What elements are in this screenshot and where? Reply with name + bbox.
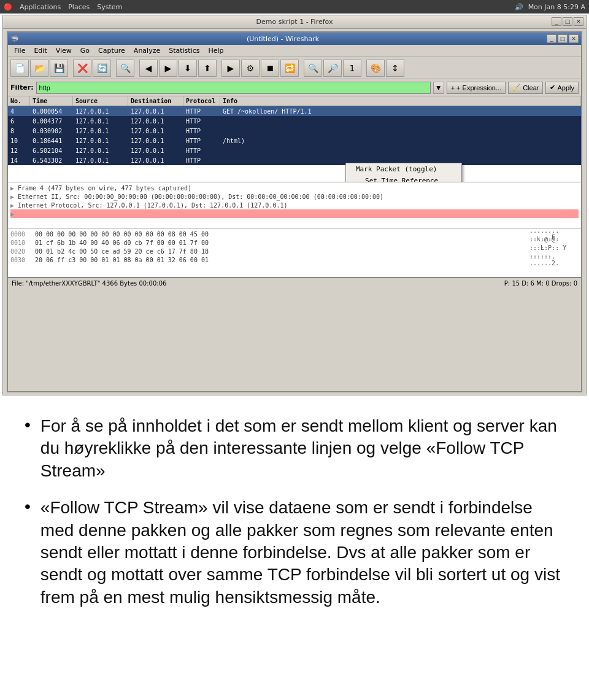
- bullet-item-1: • For å se på innholdet i det som er sen…: [25, 415, 564, 482]
- tb-open-button[interactable]: 📂: [30, 60, 48, 77]
- tb-new-button[interactable]: 📄: [10, 60, 29, 77]
- col-header-protocol: Protocol: [183, 96, 220, 106]
- tb-capture-start-button[interactable]: ▶: [221, 60, 240, 77]
- check-icon: ✔: [550, 84, 555, 91]
- menu-go[interactable]: Go: [77, 46, 93, 55]
- firefox-close-button[interactable]: ✕: [574, 17, 583, 26]
- wireshark-minimize-button[interactable]: _: [547, 34, 556, 43]
- os-speaker-icon: 🔊: [515, 3, 523, 11]
- filter-dropdown-button[interactable]: ▼: [433, 82, 444, 94]
- col-header-info: Info: [220, 96, 581, 106]
- table-row[interactable]: 10 0.186441 127.0.0.1 127.0.0.1 HTTP /ht…: [8, 136, 581, 146]
- tb-back-button[interactable]: ◀: [139, 60, 158, 77]
- col-header-time: Time: [30, 96, 73, 106]
- wireshark-maximize-button[interactable]: □: [558, 34, 568, 43]
- tb-reload-button[interactable]: 🔄: [93, 60, 111, 77]
- os-bar: 🔴 Applications Places System 🔊 Mon Jan 8…: [0, 0, 589, 14]
- cm-mark-packet-label: Mark Packet (toggle): [356, 165, 437, 173]
- packet-detail-row-highlighted[interactable]: ▶: [10, 209, 579, 218]
- col-header-no: No.: [8, 96, 30, 106]
- tb-goto-button[interactable]: ⬇: [179, 60, 197, 77]
- os-ubuntu-icon: 🔴: [4, 3, 12, 11]
- os-menu-applications[interactable]: Applications: [20, 3, 61, 11]
- packet-detail-row[interactable]: ▶ Ethernet II, Src: 00:00:00_00:00:00 (0…: [10, 192, 579, 201]
- table-row[interactable]: 12 6.502104 127.0.0.1 127.0.0.1 HTTP: [8, 146, 581, 155]
- cm-set-time-reference-label: Set Time Reference (toggle): [365, 177, 452, 182]
- bullet-text-1: For å se på innholdet i det som er sendt…: [40, 415, 564, 482]
- col-header-destination: Destination: [128, 96, 183, 106]
- wireshark-titlebar: 🦈 (Untitled) - Wireshark _ □ ✕: [8, 33, 581, 45]
- filter-apply-button[interactable]: ✔ Apply: [545, 82, 579, 94]
- menu-view[interactable]: View: [52, 46, 75, 55]
- menu-statistics[interactable]: Statistics: [165, 46, 203, 55]
- menu-edit[interactable]: Edit: [30, 46, 50, 55]
- tb-forward-button[interactable]: ▶: [159, 60, 177, 77]
- status-file: File: "/tmp/etherXXXYGBRLT" 4366 Bytes 0…: [12, 280, 166, 287]
- tb-capture-stop-button[interactable]: ⏹: [261, 60, 279, 77]
- firefox-maximize-button[interactable]: □: [563, 17, 572, 26]
- tb-zoom-in-button[interactable]: 🔍: [304, 60, 322, 77]
- bullet-item-2: • «Follow TCP Stream» vil vise dataene s…: [25, 497, 564, 609]
- packet-list: No. Time Source Destination Protocol Inf…: [8, 96, 581, 182]
- status-packets: P: 15 D: 6 M: 0 Drops: 0: [504, 280, 577, 287]
- os-bar-right: 🔊 Mon Jan 8 5:29 A: [515, 3, 585, 11]
- hex-dump-panel: 0000 00 00 00 00 00 00 00 00 00 00 00 00…: [8, 228, 581, 278]
- hex-row: 0010 01 cf 6b 1b 40 00 40 06 d0 cb 7f 00…: [10, 238, 579, 247]
- cm-mark-packet[interactable]: Mark Packet (toggle): [346, 163, 461, 175]
- packet-detail-row[interactable]: ▶ Internet Protocol, Src: 127.0.0.1 (127…: [10, 201, 579, 209]
- bullet-dot-1: •: [25, 416, 31, 482]
- tb-capture-options-button[interactable]: ⚙: [241, 60, 260, 77]
- plus-icon: +: [451, 84, 455, 91]
- packet-detail-row[interactable]: ▶ Frame 4 (477 bytes on wire, 477 bytes …: [10, 184, 579, 192]
- firefox-title: Demo skript 1 - Firefox: [256, 18, 333, 26]
- os-menu-system[interactable]: System: [97, 3, 122, 11]
- tb-find-button[interactable]: 🔍: [116, 60, 134, 77]
- status-bar: File: "/tmp/etherXXXYGBRLT" 4366 Bytes 0…: [8, 278, 581, 289]
- wireshark-titlebar-buttons: _ □ ✕: [547, 34, 579, 43]
- os-menu-places[interactable]: Places: [68, 3, 90, 11]
- text-content-area: • For å se på innholdet i det som er sen…: [0, 397, 589, 642]
- cm-set-time-reference[interactable]: ○ Set Time Reference (toggle): [346, 175, 461, 182]
- packet-detail-frame: Frame 4 (477 bytes on wire, 477 bytes ca…: [18, 185, 191, 192]
- collapse-arrow-icon: ▶: [10, 202, 18, 209]
- radio-icon: ○: [356, 181, 363, 183]
- packet-detail-panel: ▶ Frame 4 (477 bytes on wire, 477 bytes …: [8, 182, 581, 228]
- tb-colorize-button[interactable]: 🎨: [366, 60, 385, 77]
- filter-expression-button[interactable]: + + Expression...: [447, 82, 506, 94]
- collapse-arrow-icon: ▶: [10, 211, 18, 217]
- bullet-text-2: «Follow TCP Stream» vil vise dataene som…: [40, 497, 564, 609]
- table-row[interactable]: 4 0.000054 127.0.0.1 127.0.0.1 HTTP GET …: [8, 106, 581, 116]
- table-row[interactable]: 6 0.004377 127.0.0.1 127.0.0.1 HTTP: [8, 116, 581, 126]
- packet-detail-ip: Internet Protocol, Src: 127.0.0.1 (127.0…: [18, 202, 288, 209]
- firefox-window: Demo skript 1 - Firefox _ □ ✕ 🦈 (Untitle…: [2, 15, 587, 395]
- tb-zoom-out-button[interactable]: 🔎: [323, 60, 342, 77]
- hex-row: 0030 20 06 ff c3 00 00 01 01 08 0a 00 01…: [10, 255, 579, 264]
- os-bar-left: 🔴 Applications Places System: [4, 3, 122, 11]
- filter-bar: Filter: ▼ + + Expression... 🧹 Clear ✔ Ap…: [8, 79, 581, 96]
- firefox-titlebar-buttons: _ □ ✕: [552, 17, 583, 26]
- tb-autoscroll-button[interactable]: ↕: [386, 60, 404, 77]
- broom-icon: 🧹: [512, 84, 521, 91]
- menu-capture[interactable]: Capture: [94, 46, 129, 55]
- table-row[interactable]: 14 6.543302 127.0.0.1 127.0.0.1 HTTP: [8, 155, 581, 165]
- tb-close-button[interactable]: ❌: [73, 60, 91, 77]
- tb-save-button[interactable]: 💾: [50, 60, 68, 77]
- collapse-arrow-icon: ▶: [10, 185, 18, 192]
- filter-clear-button[interactable]: 🧹 Clear: [508, 82, 543, 94]
- hex-row: 0020 00 01 b2 4c 00 50 ce ad 59 20 ce c6…: [10, 247, 579, 255]
- menu-analyze[interactable]: Analyze: [130, 46, 164, 55]
- wireshark-title: (Untitled) - Wireshark: [247, 35, 319, 43]
- menu-help[interactable]: Help: [205, 46, 228, 55]
- tb-zoom-reset-button[interactable]: 1: [343, 60, 361, 77]
- bullet-dot-2: •: [25, 498, 31, 609]
- wireshark-toolbar: 📄 📂 💾 ❌ 🔄 🔍 ◀ ▶ ⬇ ⬆ ▶ ⚙ ⏹ 🔁 🔍 🔎 1 🎨 ↕: [8, 57, 581, 79]
- tb-top-button[interactable]: ⬆: [198, 60, 217, 77]
- wireshark-menu-bar: File Edit View Go Capture Analyze Statis…: [8, 45, 581, 57]
- filter-input[interactable]: [36, 82, 431, 94]
- table-row[interactable]: 8 0.030902 127.0.0.1 127.0.0.1 HTTP: [8, 126, 581, 136]
- tb-capture-restart-button[interactable]: 🔁: [280, 60, 299, 77]
- wireshark-close-button[interactable]: ✕: [569, 34, 579, 43]
- menu-file[interactable]: File: [10, 46, 29, 55]
- firefox-minimize-button[interactable]: _: [552, 17, 561, 26]
- packet-list-header: No. Time Source Destination Protocol Inf…: [8, 96, 581, 106]
